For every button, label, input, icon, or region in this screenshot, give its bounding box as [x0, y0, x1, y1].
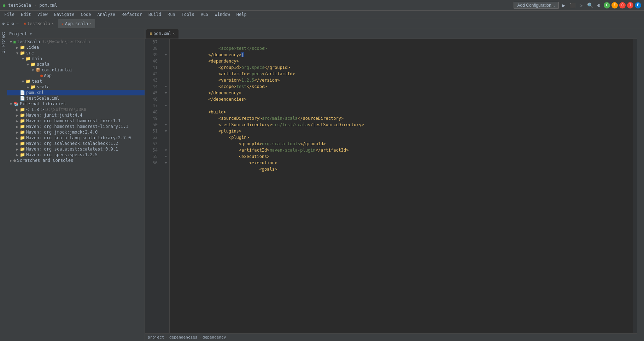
tree-item-scala-test[interactable]: ▶ 📁 scala [7, 84, 145, 90]
line-num-39: 39 [145, 52, 160, 58]
tree-item-idea[interactable]: ▶ 📁 .idea [7, 45, 145, 50]
gutter-47[interactable]: ▼ [163, 102, 169, 109]
gutter-44[interactable]: ▼ [163, 83, 169, 90]
code-editor[interactable]: 37 38 39 40 41 42 43 44 45 46 47 48 49 5… [145, 39, 637, 333]
tree-item-src[interactable]: ▼ 📁 src [7, 50, 145, 56]
menu-vcs[interactable]: VCS [198, 11, 211, 18]
gutter-50[interactable]: ▼ [163, 122, 169, 128]
menu-code[interactable]: Code [78, 11, 94, 18]
tree-item-maven-hamcrest-core[interactable]: ▶ 📁 Maven: org.hamcrest:hamcrest-core:1.… [7, 118, 145, 124]
src-folder-icon: 📁 [20, 51, 25, 55]
tree-arrow-maven-scala-lang: ▶ [15, 136, 20, 140]
ie-icon[interactable]: I [627, 2, 633, 8]
gutter-51[interactable]: ▼ [163, 128, 169, 134]
gear-icon[interactable]: ⚙ [11, 20, 14, 27]
code-line-47: <build> [172, 102, 630, 109]
menu-view[interactable]: View [35, 11, 51, 18]
tree-item-maven-scalacheck[interactable]: ▶ 📁 Maven: org.scalacheck:scalacheck:1.2 [7, 141, 145, 146]
close-sidebar-icon[interactable]: − [16, 20, 19, 27]
breadcrumb-dependencies[interactable]: dependencies [169, 335, 197, 340]
collapse-all-icon[interactable]: ⊟ [6, 20, 10, 27]
add-configuration-button[interactable]: Add Configuration... [514, 2, 559, 9]
menu-window[interactable]: Window [212, 11, 233, 18]
title-bar: ● testScala › pom.xml Add Configuration.… [0, 0, 644, 11]
tab-pomxml-editor[interactable]: ⊞ pom.xml ✕ [146, 29, 178, 39]
testscala-tab-close[interactable]: ✕ [52, 22, 54, 25]
menu-help[interactable]: Help [234, 11, 250, 18]
chrome-icon[interactable]: C [604, 2, 610, 8]
file-title[interactable]: pom.xml [40, 3, 58, 8]
tree-item-jdk[interactable]: ▶ 📁 < 1.8 > D:\SoftWare\JDK8 [7, 107, 145, 112]
tree-item-maven-junit[interactable]: ▶ 📁 Maven: junit:junit:4.4 [7, 112, 145, 118]
tree-item-maven-hamcrest-lib[interactable]: ▶ 📁 Maven: org.hamcrest:hamcrest-library… [7, 124, 145, 129]
tab-testscala[interactable]: ▣ testScala ✕ [20, 19, 57, 28]
line-num-38: 38 [145, 45, 160, 52]
tree-item-pomxml[interactable]: 📄 pom.xml [7, 90, 145, 95]
tree-arrow-scala-test: ▶ [25, 85, 30, 89]
run-icon[interactable]: ▶ [562, 2, 566, 9]
tree-item-maven-jmock[interactable]: ▶ 📁 Maven: org.jmock:jmock:2.4.0 [7, 129, 145, 135]
gutter-56[interactable]: ▼ [163, 160, 169, 166]
left-panel-strip: 1: Project [0, 29, 7, 341]
gutter-54[interactable]: ▼ [163, 147, 169, 153]
tree-arrow-maven-junit: ▶ [15, 113, 20, 117]
firefox-icon[interactable]: F [611, 2, 618, 8]
tab-appscala[interactable]: S App.scala ✕ [58, 19, 95, 28]
menu-file[interactable]: File [1, 11, 17, 18]
tree-item-ext-libs[interactable]: ▼ 📚 External Libraries [7, 101, 145, 107]
sync-files-icon[interactable]: ⊕ [1, 20, 5, 27]
title-bar-left: ● testScala › pom.xml [3, 3, 509, 8]
project-icon: ● [3, 3, 5, 8]
menu-build[interactable]: Build [146, 11, 164, 18]
breadcrumb-dependency[interactable]: dependency [203, 335, 226, 340]
breadcrumb-sep-2: › [199, 335, 201, 340]
tree-item-app[interactable]: ● App [7, 73, 145, 78]
tree-item-iml[interactable]: 📄 testScala.iml [7, 95, 145, 101]
browser-icons: C F O I E [604, 2, 641, 8]
edge-icon[interactable]: E [635, 2, 641, 8]
gutter-45[interactable]: ▼ [163, 90, 169, 96]
tree-item-scratches[interactable]: ▶ ● Scratches and Consoles [7, 158, 145, 163]
opera-icon[interactable]: O [619, 2, 626, 8]
menu-analyze[interactable]: Analyze [94, 11, 118, 18]
line-num-47: 47 [145, 102, 160, 109]
gutter-40 [163, 58, 169, 64]
maven-hamcrest-core-label: Maven: org.hamcrest:hamcrest-core:1.1 [26, 118, 121, 123]
settings-icon[interactable]: ⚙ [597, 2, 601, 9]
tree-item-package[interactable]: ▼ 📦 com.dtiantai [7, 67, 145, 73]
breadcrumb-project[interactable]: project [148, 335, 164, 340]
tree-item-testscala-root[interactable]: ▼ ▣ testScala D:\MyCode\testScala [7, 39, 145, 45]
line-num-43: 43 [145, 77, 160, 83]
tree-item-test[interactable]: ▼ 📁 test [7, 78, 145, 84]
menu-edit[interactable]: Edit [18, 11, 34, 18]
line-num-48: 48 [145, 109, 160, 115]
project-title[interactable]: testScala [8, 3, 31, 8]
tree-item-maven-scalatest[interactable]: ▶ 📁 Maven: org.scalatest:scalatest:0.9.1 [7, 146, 145, 152]
gutter-55[interactable]: ▼ [163, 153, 169, 160]
menu-tools[interactable]: Tools [179, 11, 197, 18]
menu-refactor[interactable]: Refactor [119, 11, 145, 18]
debug-icon[interactable]: ⬛ [569, 2, 576, 9]
appscala-tab-close[interactable]: ✕ [89, 22, 92, 25]
gutter-39[interactable]: ▼ [163, 52, 169, 58]
gutter-46 [163, 96, 169, 102]
code-content[interactable]: <scope>test</scope> </dependency>| <depe… [170, 39, 633, 333]
code-line-40: <groupId>org.specs</groupId> [172, 58, 630, 64]
pomxml-editor-tab-close[interactable]: ✕ [173, 31, 175, 35]
maven-junit-icon: 📁 [20, 113, 25, 118]
editor-scrollbar[interactable] [633, 39, 637, 333]
tree-arrow-scala-main: ▼ [25, 63, 30, 66]
tree-item-main[interactable]: ▼ 📁 main [7, 56, 145, 61]
tree-item-maven-scala-lang[interactable]: ▶ 📁 Maven: org.scala-lang:scala-library:… [7, 135, 145, 141]
project-panel-label[interactable]: 1: Project [1, 32, 5, 53]
src-label: src [26, 51, 34, 55]
maven-jmock-icon: 📁 [20, 130, 25, 135]
tree-item-scala-main[interactable]: ▼ 📁 scala [7, 61, 145, 67]
menu-run[interactable]: Run [165, 11, 178, 18]
run-coverage-icon[interactable]: ▷ [579, 2, 583, 9]
line-num-42: 42 [145, 71, 160, 77]
tree-item-maven-specs[interactable]: ▶ 📁 Maven: org.specs:specs:1.2.5 [7, 152, 145, 158]
search-icon[interactable]: 🔍 [586, 2, 594, 9]
menu-navigate[interactable]: Navigate [51, 11, 77, 18]
package-label: com.dtiantai [42, 67, 72, 72]
